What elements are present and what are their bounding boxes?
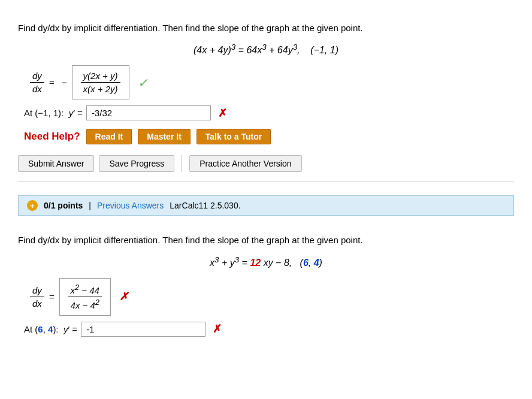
course-ref: LarCalc11 2.5.030. (170, 201, 240, 210)
problem-2-at-point-row: At (6, 4): y′ = ✗ (24, 322, 514, 337)
previous-answers-link[interactable]: Previous Answers (97, 201, 164, 210)
button-separator (182, 155, 182, 172)
talk-tutor-button[interactable]: Talk to a Tutor (197, 129, 271, 144)
points-label: 0/1 points (44, 201, 83, 210)
save-progress-button[interactable]: Save Progress (99, 155, 174, 172)
problem-2-incorrect-icon: ✗ (119, 290, 128, 303)
problem-1-answer-box: y(2x + y) x(x + 2y) (72, 65, 129, 99)
bar-separator: | (89, 201, 91, 210)
dy-dx-label: dy dx (30, 71, 44, 94)
problem-1-answer-row: dy dx = − y(2x + y) x(x + 2y) ✓ (30, 65, 514, 99)
problem-2-equation: x3 + y3 = 12 xy − 8, (6, 4) (18, 255, 514, 268)
problem-1-at-point-row: At (−1, 1): y′ = ✗ (24, 105, 514, 120)
problem-1-section: Find dy/dx by implicit differentiation. … (18, 12, 514, 188)
problem-2-incorrect-icon-slope: ✗ (213, 322, 222, 335)
master-it-button[interactable]: Master It (138, 129, 191, 144)
problem-2-at-point-label: At (6, 4): y′ = (24, 324, 77, 334)
problem-2-answer-row: dy dx = x2 − 44 4x − 42 ✗ (30, 278, 514, 316)
points-bar: + 0/1 points | Previous Answers LarCalc1… (18, 195, 514, 216)
problem-2-answer-box: x2 − 44 4x − 42 (59, 278, 111, 316)
problem-1-incorrect-icon: ✗ (218, 107, 227, 120)
points-badge: + (27, 200, 38, 211)
problem-1-instruction: Find dy/dx by implicit differentiation. … (18, 21, 514, 35)
problem-2-slope-input[interactable] (81, 322, 205, 337)
problem-2-dy-dx-label: dy dx (30, 285, 44, 309)
problem-2-section: Find dy/dx by implicit differentiation. … (18, 224, 514, 350)
action-buttons-row: Submit Answer Save Progress Practice Ano… (18, 155, 514, 182)
need-help-row: Need Help? Read It Master It Talk to a T… (24, 129, 514, 144)
read-it-button[interactable]: Read It (86, 129, 132, 144)
submit-answer-button[interactable]: Submit Answer (18, 155, 94, 172)
problem-1-slope-input[interactable] (86, 105, 211, 120)
problem-1-correct-icon: ✓ (138, 75, 148, 90)
need-help-label: Need Help? (24, 131, 80, 143)
problem-2-instruction: Find dy/dx by implicit differentiation. … (18, 233, 514, 247)
problem-1-equation: (4x + 4y)3 = 64x3 + 64y3, (−1, 1) (18, 43, 514, 56)
problem-1-at-point-label: At (−1, 1): y′ = (24, 108, 83, 118)
practice-another-button[interactable]: Practice Another Version (189, 155, 301, 172)
